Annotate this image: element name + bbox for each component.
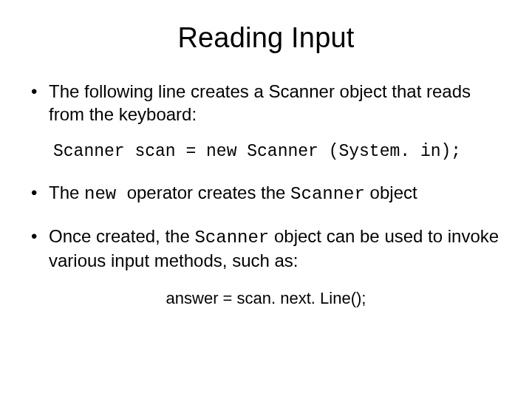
- bullet-2-code-scanner: Scanner: [290, 184, 365, 204]
- bullet-3-part-a: Once created, the: [49, 226, 194, 246]
- bullet-3: Once created, the Scanner object can be …: [30, 225, 508, 272]
- bullet-list-2: The new operator creates the Scanner obj…: [24, 182, 508, 272]
- bullet-2: The new operator creates the Scanner obj…: [30, 182, 508, 206]
- bullet-list: The following line creates a Scanner obj…: [24, 81, 508, 126]
- bullet-2-part-a: The: [49, 183, 84, 202]
- slide-title: Reading Input: [24, 22, 508, 54]
- bullet-2-code-new: new: [84, 184, 127, 204]
- bullet-3-code-scanner: Scanner: [194, 228, 269, 248]
- bullet-2-part-c: operator creates the: [127, 183, 290, 202]
- bullet-2-part-e: object: [365, 183, 417, 202]
- slide: Reading Input The following line creates…: [0, 0, 532, 399]
- code-line-2: answer = scan. next. Line();: [24, 289, 508, 308]
- bullet-1-text: The following line creates a Scanner obj…: [49, 81, 471, 124]
- code-line-1: Scanner scan = new Scanner (System. in);: [53, 142, 508, 161]
- bullet-1: The following line creates a Scanner obj…: [30, 81, 508, 126]
